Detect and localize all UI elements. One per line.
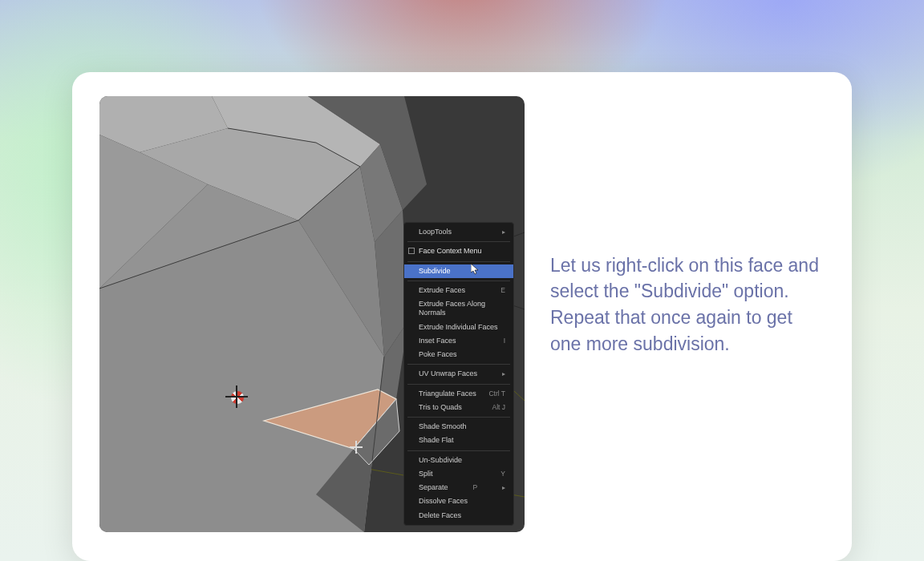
menu-label: Extrude Faces Along Normals (419, 300, 505, 318)
menu-extrude-faces[interactable]: Extrude Faces E (404, 284, 513, 297)
menu-label: LoopTools (419, 228, 452, 236)
menu-shortcut: Ctrl T (488, 389, 505, 398)
menu-label: Extrude Individual Faces (419, 323, 498, 332)
menu-unsubdivide[interactable]: Un-Subdivide (404, 454, 513, 467)
menu-separator (407, 364, 510, 365)
menu-label: Delete Faces (419, 511, 461, 520)
submenu-arrow-icon: ▸ (502, 228, 505, 236)
menu-extrude-normals[interactable]: Extrude Faces Along Normals (404, 297, 513, 321)
menu-inset-faces[interactable]: Inset Faces I (404, 334, 513, 348)
menu-label: Un-Subdivide (419, 456, 462, 465)
menu-dissolve[interactable]: Dissolve Faces (404, 494, 513, 508)
menu-shortcut: Alt J (492, 403, 505, 412)
menu-separator (407, 384, 510, 385)
menu-shade-smooth[interactable]: Shade Smooth (404, 420, 513, 434)
menu-label: Shade Flat (419, 436, 454, 445)
menu-label: Tris to Quads (419, 403, 462, 412)
instruction-panel: Let us right-click on this face and sele… (550, 96, 825, 561)
menu-shade-flat[interactable]: Shade Flat (404, 434, 513, 447)
blender-viewport[interactable]: LoopTools ▸ Face Context Menu Subdivide … (99, 96, 525, 532)
menu-separator (407, 280, 510, 281)
menu-label: Dissolve Faces (419, 497, 468, 506)
menu-separator (407, 417, 510, 418)
menu-label: Triangulate Faces (419, 389, 476, 398)
menu-shortcut: P (472, 483, 477, 492)
menu-delete[interactable]: Delete Faces (404, 509, 513, 523)
menu-subdivide[interactable]: Subdivide (404, 264, 513, 278)
menu-shortcut: I (504, 337, 505, 345)
menu-label: UV Unwrap Faces (419, 369, 477, 378)
menu-shortcut: E (500, 286, 505, 295)
menu-header: Face Context Menu (404, 244, 513, 258)
menu-tris-to-quads[interactable]: Tris to Quads Alt J (404, 401, 513, 414)
menu-label: Subdivide (419, 267, 451, 276)
submenu-arrow-icon: ▸ (502, 370, 505, 378)
menu-label: Inset Faces (419, 337, 456, 345)
face-context-menu: LoopTools ▸ Face Context Menu Subdivide … (403, 222, 514, 526)
menu-separator (407, 241, 510, 242)
menu-triangulate[interactable]: Triangulate Faces Ctrl T (404, 387, 513, 401)
face-icon (408, 248, 415, 254)
menu-extrude-individual[interactable]: Extrude Individual Faces (404, 321, 513, 334)
menu-header-label: Face Context Menu (419, 247, 482, 256)
menu-label: Separate (419, 483, 448, 492)
menu-separator (407, 261, 510, 262)
tutorial-card: LoopTools ▸ Face Context Menu Subdivide … (72, 72, 852, 561)
instruction-text: Let us right-click on this face and sele… (550, 252, 825, 357)
submenu-arrow-icon: ▸ (502, 484, 505, 492)
menu-split[interactable]: Split Y (404, 467, 513, 481)
menu-label: Poke Faces (419, 350, 457, 359)
menu-label: Shade Smooth (419, 422, 467, 431)
menu-label: Split (419, 470, 433, 478)
menu-separator (407, 450, 510, 451)
menu-label: Extrude Faces (419, 286, 465, 295)
menu-shortcut: Y (500, 470, 505, 478)
menu-poke-faces[interactable]: Poke Faces (404, 348, 513, 361)
menu-looptools[interactable]: LoopTools ▸ (404, 225, 513, 239)
menu-separate[interactable]: Separate P ▸ (404, 481, 513, 494)
menu-uv-unwrap[interactable]: UV Unwrap Faces ▸ (404, 367, 513, 381)
